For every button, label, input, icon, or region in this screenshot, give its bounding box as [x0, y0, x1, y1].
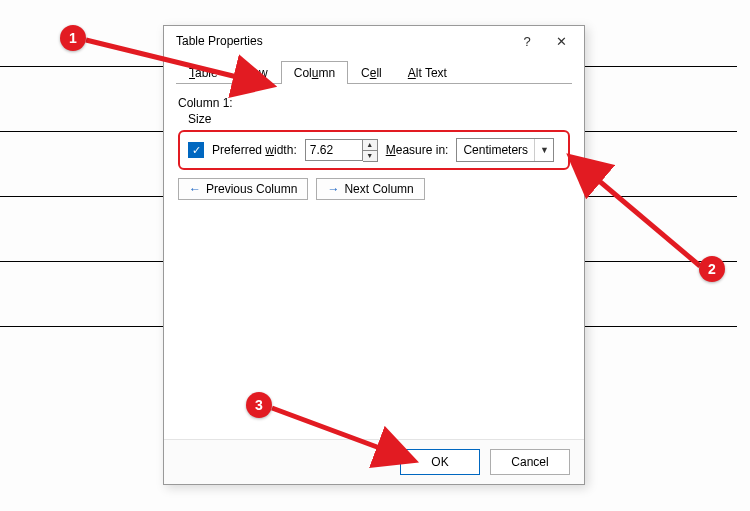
- titlebar: Table Properties ? ✕: [164, 26, 584, 56]
- width-input[interactable]: [305, 139, 363, 161]
- tab-column[interactable]: Column: [281, 61, 348, 84]
- measure-in-value: Centimeters: [457, 143, 534, 157]
- size-group: ✓ Preferred width: ▲ ▼ Measure in: Centi…: [178, 130, 570, 170]
- help-button[interactable]: ?: [510, 27, 544, 55]
- previous-column-button[interactable]: ← Previous Column: [178, 178, 308, 200]
- tab-cell[interactable]: Cell: [348, 61, 395, 84]
- size-label: Size: [188, 112, 570, 126]
- width-stepper[interactable]: ▲ ▼: [305, 139, 378, 162]
- preferred-width-checkbox[interactable]: ✓: [188, 142, 204, 158]
- measure-in-label: Measure in:: [386, 143, 449, 157]
- tab-row[interactable]: Row: [231, 61, 281, 84]
- arrow-right-icon: →: [327, 182, 339, 196]
- tab-panel-column: Column 1: Size ✓ Preferred width: ▲ ▼ Me…: [164, 84, 584, 208]
- ok-button[interactable]: OK: [400, 449, 480, 475]
- tab-alt-text[interactable]: Alt Text: [395, 61, 460, 84]
- annotation-marker-1: 1: [60, 25, 86, 51]
- tab-strip: Table Row Column Cell Alt Text: [164, 56, 584, 84]
- annotation-marker-3: 3: [246, 392, 272, 418]
- cancel-button[interactable]: Cancel: [490, 449, 570, 475]
- width-spin-up[interactable]: ▲: [363, 140, 377, 150]
- chevron-down-icon: ▼: [534, 139, 553, 161]
- preferred-width-label: Preferred width:: [212, 143, 297, 157]
- dialog-title: Table Properties: [176, 34, 510, 48]
- dialog-footer: OK Cancel: [164, 439, 584, 484]
- next-column-button[interactable]: → Next Column: [316, 178, 424, 200]
- annotation-marker-2: 2: [699, 256, 725, 282]
- column-heading: Column 1:: [178, 96, 570, 110]
- arrow-left-icon: ←: [189, 182, 201, 196]
- tab-table[interactable]: Table: [176, 61, 231, 84]
- table-properties-dialog: Table Properties ? ✕ Table Row Column Ce…: [163, 25, 585, 485]
- measure-in-select[interactable]: Centimeters ▼: [456, 138, 554, 162]
- close-button[interactable]: ✕: [544, 27, 578, 55]
- width-spin-down[interactable]: ▼: [363, 150, 377, 161]
